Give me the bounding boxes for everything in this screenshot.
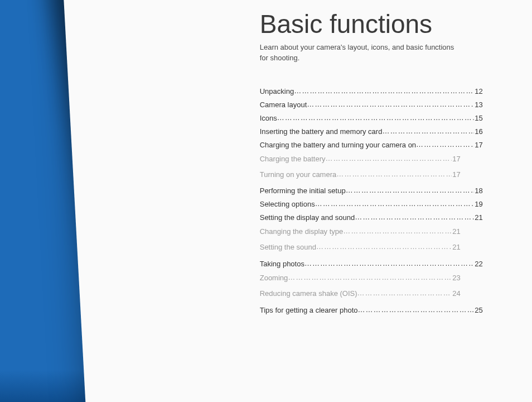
document-page: Basic functions Learn about your camera'… <box>61 0 532 402</box>
toc-label: Zooming <box>260 273 288 284</box>
toc-leader <box>416 140 473 149</box>
toc-page-number: 15 <box>473 114 482 122</box>
page-title: Basic functions <box>260 9 483 39</box>
toc-leader <box>277 113 473 122</box>
toc-page-number: 17 <box>473 141 482 149</box>
toc-page-number: 25 <box>473 306 482 314</box>
toc-entry[interactable]: Setting the sound21 <box>260 242 461 253</box>
toc-page-number: 19 <box>473 200 482 208</box>
toc-leader <box>316 242 451 252</box>
toc-leader <box>326 154 452 164</box>
table-of-contents: Unpacking12Camera layout13Icons15Inserti… <box>260 87 483 314</box>
toc-entry[interactable]: Changing the display type21 <box>260 227 461 237</box>
toc-entry[interactable]: Turning on your camera17 <box>260 169 461 180</box>
toc-leader <box>346 186 474 194</box>
toc-leader <box>307 100 473 108</box>
toc-page-number: 22 <box>473 260 482 268</box>
toc-page-number: 12 <box>473 87 482 95</box>
toc-entry[interactable]: Camera layout13 <box>260 100 483 109</box>
toc-leader <box>315 199 474 208</box>
toc-label: Taking photos <box>260 260 304 268</box>
toc-leader <box>304 259 473 267</box>
page-content: Basic functions Learn about your camera'… <box>260 9 483 319</box>
toc-entry[interactable]: Charging the battery17 <box>260 154 461 165</box>
toc-entry[interactable]: Zooming23 <box>260 273 461 284</box>
toc-label: Changing the display type <box>260 227 344 237</box>
toc-leader <box>336 169 451 179</box>
toc-entry[interactable]: Inserting the battery and memory card16 <box>260 127 483 136</box>
toc-entry[interactable]: Charging the battery and turning your ca… <box>260 141 483 149</box>
toc-entry[interactable]: Reducing camera shake (OIS)24 <box>260 289 461 299</box>
toc-label: Turning on your camera <box>260 169 337 180</box>
toc-label: Reducing camera shake (OIS) <box>260 289 357 299</box>
toc-entry[interactable]: Setting the display and sound21 <box>260 213 483 222</box>
toc-leader <box>294 87 473 95</box>
toc-page-number: 24 <box>451 289 460 299</box>
toc-label: Camera layout <box>260 100 307 109</box>
toc-entry[interactable]: Selecting options19 <box>260 200 483 208</box>
toc-leader <box>355 213 473 221</box>
toc-leader <box>357 288 452 299</box>
toc-page-number: 21 <box>451 242 460 253</box>
toc-label: Performing the initial setup <box>260 186 346 195</box>
toc-page-number: 16 <box>473 127 482 136</box>
toc-label: Setting the display and sound <box>260 213 355 222</box>
toc-leader <box>288 272 451 283</box>
toc-page-number: 13 <box>473 100 482 109</box>
toc-entry[interactable]: Taking photos22 <box>260 260 483 268</box>
toc-page-number: 21 <box>473 213 482 222</box>
toc-entry[interactable]: Tips for getting a clearer photo25 <box>260 306 483 314</box>
toc-leader <box>358 305 474 314</box>
toc-label: Tips for getting a clearer photo <box>260 306 358 314</box>
toc-page-number: 17 <box>451 169 460 180</box>
toc-label: Charging the battery and turning your ca… <box>260 141 416 149</box>
toc-label: Setting the sound <box>260 242 316 253</box>
toc-entry[interactable]: Performing the initial setup18 <box>260 186 483 195</box>
toc-entry[interactable]: Icons15 <box>260 114 483 122</box>
toc-entry[interactable]: Unpacking12 <box>260 87 483 95</box>
toc-label: Charging the battery <box>260 154 326 165</box>
toc-label: Inserting the battery and memory card <box>260 127 383 136</box>
toc-label: Icons <box>260 114 277 122</box>
toc-page-number: 18 <box>473 186 482 195</box>
toc-page-number: 21 <box>451 227 460 237</box>
toc-page-number: 17 <box>451 154 460 165</box>
toc-page-number: 23 <box>451 273 460 284</box>
toc-leader <box>343 226 451 237</box>
page-subtitle: Learn about your camera's layout, icons,… <box>260 42 461 64</box>
toc-leader <box>382 127 473 135</box>
toc-label: Selecting options <box>260 200 315 208</box>
toc-label: Unpacking <box>260 87 294 95</box>
